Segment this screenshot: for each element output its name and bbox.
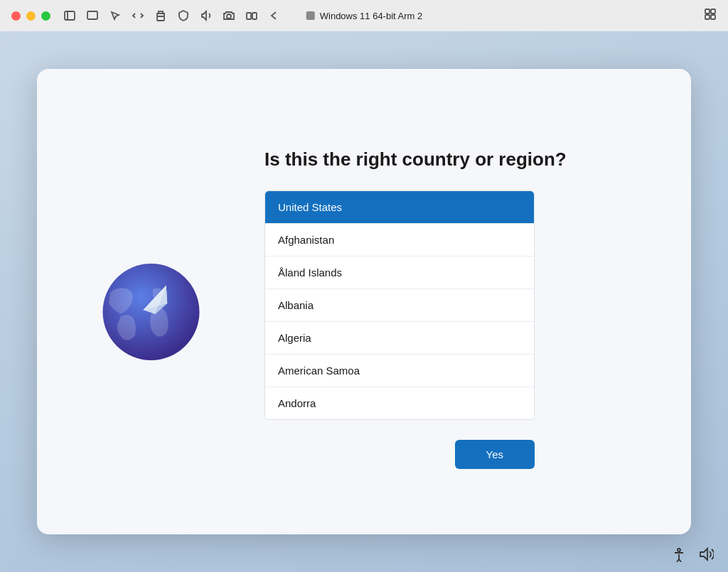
pointer-icon[interactable] xyxy=(109,9,122,22)
svg-rect-9 xyxy=(705,9,710,14)
svg-rect-6 xyxy=(247,13,251,19)
country-item-andorra[interactable]: Andorra xyxy=(265,387,534,419)
svg-rect-4 xyxy=(159,11,163,14)
fullscreen-button[interactable] xyxy=(41,11,50,21)
setup-card: Is this the right country or region? Uni… xyxy=(37,69,691,534)
arrange-icon[interactable] xyxy=(704,8,717,21)
back-icon[interactable] xyxy=(268,9,281,22)
country-item-united-states[interactable]: United States xyxy=(265,191,534,224)
toolbar-icons xyxy=(63,9,281,22)
sidebar-icon[interactable] xyxy=(63,9,76,22)
svg-rect-7 xyxy=(252,13,257,19)
globe-svg xyxy=(96,254,206,364)
country-item-algeria[interactable]: Algeria xyxy=(265,322,534,355)
speaker-icon[interactable] xyxy=(200,9,213,22)
svg-marker-19 xyxy=(700,549,707,560)
country-item-albania[interactable]: Albania xyxy=(265,289,534,322)
screenshot-icon[interactable] xyxy=(86,9,99,22)
content-area: Is this the right country or region? Uni… xyxy=(222,149,648,469)
svg-rect-0 xyxy=(65,11,75,20)
code-icon[interactable] xyxy=(132,9,144,22)
volume-icon[interactable] xyxy=(698,546,714,562)
illustration-container xyxy=(80,254,222,364)
window-title: Windows 11 64-bit Arm 2 xyxy=(306,11,423,21)
svg-rect-10 xyxy=(711,9,715,14)
print-icon[interactable] xyxy=(154,9,167,22)
svg-rect-11 xyxy=(705,15,710,19)
svg-point-18 xyxy=(678,549,680,551)
main-background: Is this the right country or region? Uni… xyxy=(0,31,728,572)
close-button[interactable] xyxy=(11,11,21,21)
country-item-aland-islands[interactable]: Åland Islands xyxy=(265,257,534,289)
svg-rect-8 xyxy=(306,11,315,20)
window-icon xyxy=(306,11,316,21)
svg-rect-2 xyxy=(87,11,97,19)
svg-rect-12 xyxy=(711,15,715,19)
country-list[interactable]: United States Afghanistan Åland Islands … xyxy=(264,190,535,420)
yes-button[interactable]: Yes xyxy=(455,440,535,469)
svg-rect-3 xyxy=(157,16,164,21)
question-title: Is this the right country or region? xyxy=(264,149,648,171)
titlebar: Windows 11 64-bit Arm 2 xyxy=(0,0,728,31)
bottom-row: Yes xyxy=(264,440,535,469)
minimize-button[interactable] xyxy=(26,11,36,21)
window-controls-right xyxy=(704,8,717,23)
tabs-icon[interactable] xyxy=(245,9,258,22)
traffic-lights xyxy=(11,11,50,21)
svg-point-5 xyxy=(227,14,231,18)
country-item-american-samoa[interactable]: American Samoa xyxy=(265,355,534,387)
accessibility-icon[interactable] xyxy=(671,546,687,562)
globe-illustration xyxy=(96,254,206,364)
shield-icon[interactable] xyxy=(177,9,190,22)
bottom-bar xyxy=(671,546,714,562)
camera-icon[interactable] xyxy=(223,9,235,22)
country-item-afghanistan[interactable]: Afghanistan xyxy=(265,224,534,257)
